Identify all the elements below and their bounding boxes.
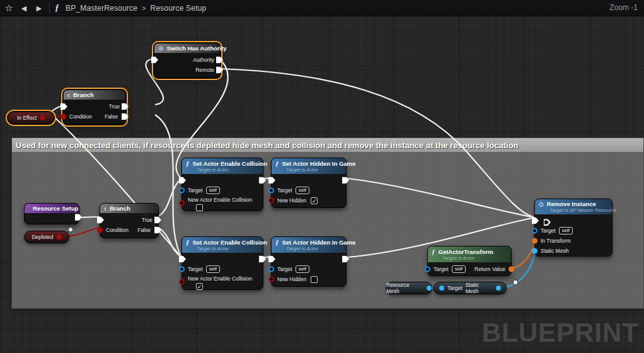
- static-mesh-in-pin[interactable]: [532, 248, 538, 254]
- node-set-actor-enable-collision-top[interactable]: ƒ Set Actor Enable Collision Target is A…: [181, 158, 263, 211]
- pin-label: True: [142, 217, 152, 223]
- object-out-pin[interactable]: [496, 286, 501, 291]
- node-subtitle: Target is Actor: [197, 167, 258, 173]
- pin-label: Target: [188, 187, 203, 194]
- pin-label: Target: [277, 187, 292, 194]
- function-icon: ƒ: [275, 159, 279, 167]
- node-get-actor-transform[interactable]: ƒ GetActorTransform Target is Actor Targ…: [427, 246, 512, 276]
- node-get-resource-mesh[interactable]: Resource Mesh: [386, 282, 432, 294]
- exec-in-pin[interactable]: [268, 256, 275, 263]
- function-icon: ƒ: [432, 248, 435, 255]
- blueprint-graph-canvas[interactable]: Used for new connected clients, if resou…: [0, 0, 644, 353]
- object-pin-target[interactable]: [179, 267, 185, 272]
- param-checkbox[interactable]: [311, 276, 318, 283]
- breadcrumb-root[interactable]: BP_MasterResource: [66, 4, 137, 13]
- pin-label: Static Mesh: [541, 248, 568, 254]
- object-pin-target[interactable]: [425, 267, 430, 272]
- object-out-pin[interactable]: [427, 286, 432, 291]
- function-icon: ƒ: [55, 3, 59, 13]
- node-switch-has-authority[interactable]: ⊕ Switch Has Authority Authority Remote: [154, 43, 221, 78]
- node-set-actor-hidden-in-game-top[interactable]: ƒ Set Actor Hidden In Game Target is Act…: [271, 158, 347, 208]
- bool-pin-condition[interactable]: [97, 228, 103, 233]
- pin-label: Condition: [69, 113, 92, 120]
- target-self-value[interactable]: self: [206, 187, 220, 194]
- exec-in-pin[interactable]: [151, 57, 158, 64]
- object-in-pin-target[interactable]: [439, 286, 444, 291]
- pin-label: Target: [541, 228, 556, 234]
- variable-label: Depleted: [32, 234, 53, 240]
- node-title: Branch: [110, 205, 130, 212]
- function-icon: ƒ: [186, 159, 190, 167]
- node-title: Remove Instance: [547, 200, 596, 207]
- diamond-icon: ◇: [539, 200, 544, 207]
- node-resource-setup-event[interactable]: Resource Setup: [24, 203, 79, 224]
- favorite-star-icon[interactable]: ☆: [1, 1, 16, 15]
- exec-in-pin[interactable]: [179, 256, 186, 263]
- param-checkbox[interactable]: [196, 204, 203, 211]
- comment-header[interactable]: Used for new connected clients, if resou…: [12, 138, 643, 152]
- node-subtitle: Target is Actor: [197, 246, 258, 252]
- node-title: Set Actor Enable Collision: [193, 160, 267, 167]
- node-title: Switch Has Authority: [166, 45, 226, 52]
- node-title: Set Actor Hidden In Game: [282, 239, 356, 246]
- node-branch-bottom[interactable]: ‹ Branch True Condition False: [100, 203, 159, 238]
- pin-label: Target: [434, 266, 449, 272]
- event-box-icon: [28, 206, 30, 211]
- exec-out-pin-false[interactable]: [122, 113, 129, 120]
- breadcrumb-current[interactable]: Resource Setup: [151, 4, 207, 13]
- branch-icon: ‹: [67, 93, 70, 98]
- switch-icon: ⊕: [158, 45, 163, 52]
- param-checkbox[interactable]: ✓: [311, 197, 318, 204]
- pin-label: Remote: [195, 67, 214, 73]
- breadcrumb-toolbar: ☆ ◄ ► ƒ BP_MasterResource > Resource Set…: [0, 0, 644, 16]
- exec-in-pin[interactable]: [60, 103, 67, 110]
- forward-button[interactable]: ►: [32, 1, 47, 15]
- object-pin-target[interactable]: [268, 267, 274, 272]
- bool-out-pin[interactable]: [57, 234, 62, 240]
- pin-label: Static Mesh: [466, 282, 493, 294]
- node-get-depleted[interactable]: Depleted: [24, 231, 69, 243]
- back-button[interactable]: ◄: [16, 1, 32, 15]
- bool-pin-param[interactable]: [268, 277, 274, 282]
- node-set-actor-hidden-in-game-bottom[interactable]: ƒ Set Actor Hidden In Game Target is Act…: [271, 236, 347, 287]
- target-self-value[interactable]: self: [559, 227, 573, 234]
- exec-in-pin[interactable]: [179, 177, 186, 184]
- node-remove-instance[interactable]: ◇ Remove Instance Target is BP Master Re…: [534, 199, 612, 257]
- bool-pin-param[interactable]: [268, 198, 274, 204]
- target-self-value[interactable]: self: [206, 265, 220, 273]
- node-get-in-effect[interactable]: In Effect: [8, 112, 54, 124]
- exec-in-pin[interactable]: [97, 217, 104, 224]
- pin-label: New Actor Enable Collision: [188, 197, 252, 203]
- bool-pin-condition[interactable]: [60, 114, 66, 120]
- target-self-value[interactable]: self: [452, 265, 466, 273]
- pin-label: New Hidden: [277, 197, 306, 204]
- bool-out-pin[interactable]: [40, 115, 45, 120]
- exec-in-pin[interactable]: [268, 177, 275, 184]
- node-set-actor-enable-collision-bottom[interactable]: ƒ Set Actor Enable Collision Target is A…: [181, 236, 263, 290]
- exec-out-pin[interactable]: [544, 219, 551, 226]
- pin-label: Return Value: [474, 266, 505, 272]
- target-self-value[interactable]: self: [296, 265, 309, 273]
- exec-out-pin-true[interactable]: [122, 103, 129, 110]
- pin-label: New Actor Enable Collision: [188, 275, 252, 282]
- pin-label: Authority: [193, 57, 214, 63]
- exec-out-pin-authority[interactable]: [216, 57, 223, 64]
- exec-in-pin[interactable]: [532, 217, 539, 224]
- param-checkbox[interactable]: ✓: [196, 283, 203, 290]
- transform-in-pin[interactable]: [532, 238, 538, 244]
- object-pin-target[interactable]: [179, 188, 185, 194]
- object-pin-target[interactable]: [268, 188, 274, 194]
- node-branch-top[interactable]: ‹ Branch True Condition False: [63, 90, 126, 125]
- node-get-static-mesh[interactable]: Target Static Mesh: [434, 282, 507, 294]
- target-self-value[interactable]: self: [296, 187, 309, 194]
- node-subtitle: Target is Actor: [442, 255, 507, 261]
- object-pin-target[interactable]: [532, 228, 538, 234]
- branch-icon: ‹: [104, 206, 106, 211]
- node-subtitle: Target is BP Master Resource: [549, 207, 607, 213]
- transform-out-pin[interactable]: [509, 267, 514, 272]
- zoom-level-indicator: Zoom -1: [609, 3, 638, 12]
- pin-label: False: [105, 113, 118, 120]
- pin-label: New Hidden: [277, 276, 306, 282]
- exec-out-pin-remote[interactable]: [216, 67, 223, 74]
- node-subtitle: Target is Actor: [286, 246, 342, 252]
